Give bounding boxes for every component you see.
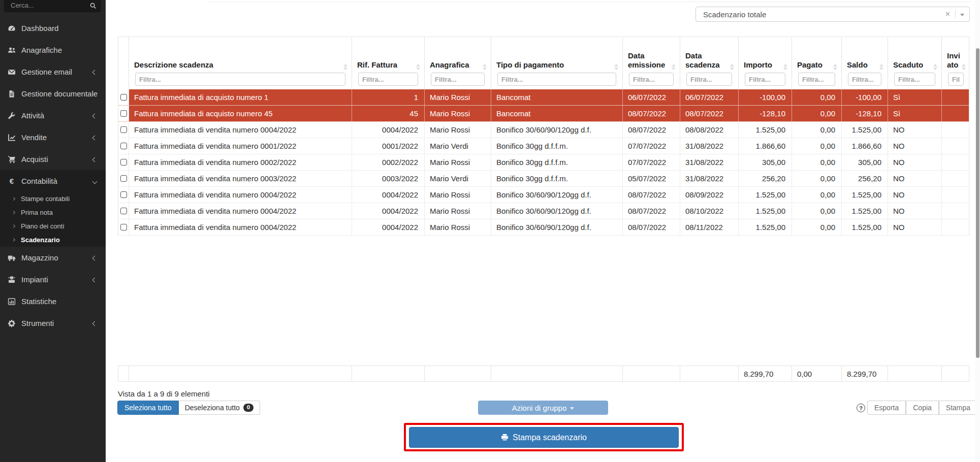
help-icon[interactable]: ? bbox=[857, 404, 865, 412]
plant-icon bbox=[7, 276, 16, 284]
sort-icon bbox=[782, 64, 787, 70]
column-sort-control[interactable]: Pagato bbox=[797, 60, 837, 70]
sidebar-subitem-scadenzario[interactable]: Scadenzario bbox=[0, 233, 106, 247]
sidebar-subitem-stampe-contabili[interactable]: Stampe contabili bbox=[0, 192, 106, 206]
column-sort-control[interactable]: Data emissione bbox=[628, 51, 676, 71]
column-header-saldo[interactable]: Saldo bbox=[842, 37, 888, 89]
cell-pagato: 0,00 bbox=[792, 219, 842, 235]
sidebar-item-anagrafiche[interactable]: Anagrafiche bbox=[0, 39, 106, 61]
column-header-importo[interactable]: Importo bbox=[739, 37, 792, 89]
sidebar-subitem-piano-dei-conti[interactable]: Piano dei conti bbox=[0, 219, 106, 233]
sidebar-item-contabilit-[interactable]: €Contabilità bbox=[0, 170, 106, 192]
row-checkbox[interactable] bbox=[120, 208, 127, 214]
column-header-scadenza[interactable]: Data scadenza bbox=[680, 37, 739, 89]
cell-inviato bbox=[942, 106, 970, 121]
deselect-all-label: Deseleziona tutto bbox=[185, 404, 240, 412]
row-checkbox[interactable] bbox=[120, 175, 127, 182]
chevron-down-icon[interactable] bbox=[960, 14, 964, 16]
column-label: Scaduto bbox=[893, 60, 923, 70]
column-header-scaduto[interactable]: Scaduto bbox=[888, 37, 942, 89]
totals-emissione bbox=[623, 366, 680, 381]
row-checkbox[interactable] bbox=[120, 94, 127, 101]
column-filter-input[interactable] bbox=[745, 73, 785, 86]
table-row[interactable]: Fattura immediata di vendita numero 0004… bbox=[118, 219, 969, 236]
clear-icon[interactable]: × bbox=[940, 10, 955, 19]
column-header-anagrafica[interactable]: Anagrafica bbox=[425, 37, 491, 89]
sidebar-item-acquisti[interactable]: Acquisti bbox=[0, 148, 106, 170]
row-checkbox[interactable] bbox=[120, 224, 127, 230]
column-filter-input[interactable] bbox=[686, 73, 732, 86]
group-actions-button[interactable]: Azioni di gruppo bbox=[478, 401, 608, 415]
checkbox-column-header bbox=[118, 37, 129, 89]
cell-scadenza: 08/07/2022 bbox=[680, 106, 739, 121]
column-filter-input[interactable] bbox=[358, 73, 418, 86]
search-input[interactable] bbox=[4, 0, 101, 12]
column-filter-input[interactable] bbox=[848, 73, 881, 86]
schedule-filter-select[interactable]: Scadenzario totale × bbox=[696, 7, 970, 22]
sidebar-item-magazzino[interactable]: Magazzino bbox=[0, 247, 106, 269]
column-filter-input[interactable] bbox=[497, 73, 616, 86]
column-header-rif[interactable]: Rif. Fattura bbox=[352, 37, 425, 89]
column-filter-input[interactable] bbox=[629, 73, 674, 86]
column-filter-input[interactable] bbox=[798, 73, 835, 86]
table-row[interactable]: Fattura immediata di vendita numero 0004… bbox=[118, 187, 969, 203]
search-icon[interactable] bbox=[89, 2, 97, 9]
column-sort-control[interactable]: Anagrafica bbox=[430, 60, 487, 70]
column-sort-control[interactable]: Inviato bbox=[947, 51, 966, 71]
column-header-emissione[interactable]: Data emissione bbox=[623, 37, 680, 89]
sidebar-item-vendite[interactable]: Vendite bbox=[0, 126, 106, 148]
table-row[interactable]: Fattura immediata di vendita numero 0004… bbox=[118, 122, 969, 138]
column-filter-input[interactable] bbox=[948, 73, 964, 86]
cell-rif: 0004/2022 bbox=[352, 203, 425, 219]
column-sort-control[interactable]: Saldo bbox=[847, 60, 883, 70]
table-row[interactable]: Fattura immediata di acquisto numero 11M… bbox=[118, 89, 969, 106]
chevron-left-icon bbox=[92, 114, 98, 119]
sidebar-item-gestione-documentale[interactable]: Gestione documentale bbox=[0, 83, 106, 105]
column-header-desc[interactable]: Descrizione scadenza bbox=[129, 37, 352, 89]
select-all-button[interactable]: Seleziona tutto bbox=[117, 401, 179, 415]
sidebar-item-dashboard[interactable]: Dashboard bbox=[0, 17, 106, 39]
sidebar-item-attivit-[interactable]: Attività bbox=[0, 105, 106, 126]
totals-rif bbox=[352, 366, 425, 381]
sidebar-item-impianti[interactable]: Impianti bbox=[0, 269, 106, 290]
sidebar-item-gestione-email[interactable]: Gestione email bbox=[0, 61, 106, 83]
export-button[interactable]: Esporta bbox=[867, 401, 906, 415]
sidebar-item-strumenti[interactable]: Strumenti bbox=[0, 312, 106, 334]
column-sort-control[interactable]: Data scadenza bbox=[685, 51, 734, 71]
cell-rif: 0003/2022 bbox=[352, 171, 425, 186]
table-row[interactable]: Fattura immediata di vendita numero 0004… bbox=[118, 203, 969, 219]
row-checkbox[interactable] bbox=[120, 191, 127, 198]
print-schedule-button[interactable]: Stampa scadenzario bbox=[409, 427, 679, 448]
sidebar-subitem-prima-nota[interactable]: Prima nota bbox=[0, 206, 106, 219]
table-row[interactable]: Fattura immediata di vendita numero 0003… bbox=[118, 171, 969, 187]
sidebar-item-statistiche[interactable]: Statistiche bbox=[0, 290, 106, 312]
cell-scadenza: 08/11/2022 bbox=[680, 219, 739, 235]
row-checkbox[interactable] bbox=[120, 126, 127, 133]
copy-button[interactable]: Copia bbox=[906, 401, 939, 415]
row-checkbox[interactable] bbox=[120, 143, 127, 149]
column-filter-input[interactable] bbox=[135, 73, 345, 86]
cell-scadenza: 08/10/2022 bbox=[680, 203, 739, 219]
row-checkbox[interactable] bbox=[120, 159, 127, 166]
scrollbar-track[interactable] bbox=[975, 0, 980, 462]
column-header-pagato[interactable]: Pagato bbox=[792, 37, 842, 89]
table-row[interactable]: Fattura immediata di vendita numero 0002… bbox=[118, 154, 969, 171]
scrollbar-thumb[interactable] bbox=[976, 48, 979, 358]
column-sort-control[interactable]: Descrizione scadenza bbox=[134, 60, 347, 70]
row-checkbox-cell bbox=[118, 187, 129, 203]
cell-tipo: Bonifico 30gg d.f.f.m. bbox=[491, 138, 623, 154]
row-checkbox[interactable] bbox=[120, 110, 127, 117]
column-header-inviato[interactable]: Inviato bbox=[942, 37, 970, 89]
column-sort-control[interactable]: Tipo di pagamento bbox=[496, 60, 618, 70]
table-row[interactable]: Fattura immediata di vendita numero 0001… bbox=[118, 138, 969, 154]
print-button[interactable]: Stampa bbox=[939, 401, 977, 415]
table-row[interactable]: Fattura immediata di acquisto numero 454… bbox=[118, 106, 969, 122]
deselect-all-button[interactable]: Deseleziona tutto 0 bbox=[179, 401, 261, 415]
column-sort-control[interactable]: Scaduto bbox=[893, 60, 937, 70]
column-filter-input[interactable] bbox=[894, 73, 935, 86]
column-sort-control[interactable]: Rif. Fattura bbox=[357, 60, 420, 70]
column-filter-input[interactable] bbox=[431, 73, 485, 86]
cell-tipo: Bonifico 30/60/90/120gg d.f. bbox=[491, 187, 623, 203]
column-header-tipo[interactable]: Tipo di pagamento bbox=[491, 37, 623, 89]
column-sort-control[interactable]: Importo bbox=[744, 60, 787, 70]
